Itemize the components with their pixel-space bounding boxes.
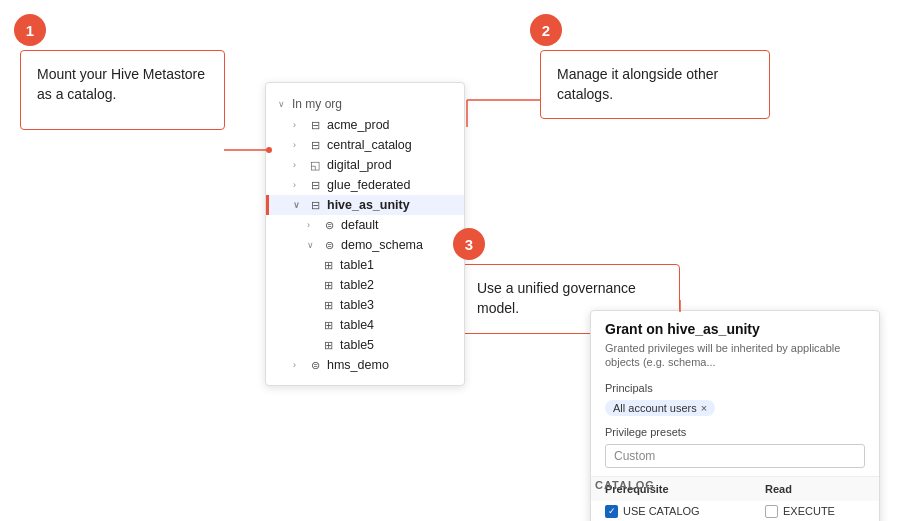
step-3-number: 3: [465, 236, 473, 253]
tree-header: ∨ In my org: [266, 93, 464, 115]
callout-2-text: Manage it alongside other catalogs.: [557, 65, 753, 104]
step-1-circle: 1: [14, 14, 46, 46]
step-2-number: 2: [542, 22, 550, 39]
callout-2: Manage it alongside other catalogs.: [540, 50, 770, 119]
callout-1-text: Mount your Hive Metastore as a catalog.: [37, 65, 208, 104]
tree-item-label: table2: [340, 278, 374, 292]
grant-principals-tag[interactable]: All account users ×: [605, 400, 715, 416]
use-catalog-label: USE CATALOG: [623, 505, 700, 517]
chevron-icon: ›: [307, 220, 317, 230]
catalog-icon: ⊟: [308, 178, 322, 192]
table-icon: ⊞: [321, 258, 335, 272]
tree-item-table5[interactable]: ⊞ table5: [266, 335, 464, 355]
table-icon: ⊞: [321, 338, 335, 352]
tree-item-label: central_catalog: [327, 138, 412, 152]
table-icon: ⊞: [321, 298, 335, 312]
schema-icon: ⊜: [322, 238, 336, 252]
tree-header-chevron: ∨: [278, 99, 288, 109]
step-2-circle: 2: [530, 14, 562, 46]
tree-item-label: demo_schema: [341, 238, 423, 252]
tree-item-label: digital_prod: [327, 158, 392, 172]
tree-item-default[interactable]: › ⊜ default: [266, 215, 464, 235]
execute-label: EXECUTE: [783, 505, 835, 517]
tree-item-digital-prod[interactable]: › ◱ digital_prod: [266, 155, 464, 175]
tree-item-central-catalog[interactable]: › ⊟ central_catalog: [266, 135, 464, 155]
chevron-icon: ›: [293, 180, 303, 190]
tree-item-label: hive_as_unity: [327, 198, 410, 212]
grant-tag-text: All account users: [613, 402, 697, 414]
tree-item-label: table3: [340, 298, 374, 312]
tree-item-label: table4: [340, 318, 374, 332]
catalog-icon: ◱: [308, 158, 322, 172]
chevron-icon: ∨: [307, 240, 317, 250]
grant-dialog-subtitle: Granted privileges will be inherited by …: [591, 341, 879, 378]
tree-item-label: table1: [340, 258, 374, 272]
tree-item-label: hms_demo: [327, 358, 389, 372]
grant-row-col1: ✓ USE CATALOG: [605, 505, 765, 518]
step-1-number: 1: [26, 22, 34, 39]
tree-item-label: acme_prod: [327, 118, 390, 132]
schema-icon: ⊜: [308, 358, 322, 372]
schema-icon: ⊜: [322, 218, 336, 232]
tree-item-glue-federated[interactable]: › ⊟ glue_federated: [266, 175, 464, 195]
grant-col-read: Read: [765, 483, 865, 495]
catalog-bottom-label: CATALOG: [595, 479, 655, 491]
tree-item-table3[interactable]: ⊞ table3: [266, 295, 464, 315]
tree-item-label: table5: [340, 338, 374, 352]
grant-row-use-catalog: ✓ USE CATALOG EXECUTE: [591, 501, 879, 521]
step-3-circle: 3: [453, 228, 485, 260]
tree-header-label: In my org: [292, 97, 342, 111]
table-icon: ⊞: [321, 318, 335, 332]
tree-item-table2[interactable]: ⊞ table2: [266, 275, 464, 295]
tree-item-label: default: [341, 218, 379, 232]
grant-principals-label: Principals: [591, 378, 879, 398]
use-catalog-checkbox[interactable]: ✓: [605, 505, 618, 518]
chevron-icon: ›: [293, 160, 303, 170]
tree-item-label: glue_federated: [327, 178, 410, 192]
grant-privilege-input[interactable]: Custom: [605, 444, 865, 468]
tree-item-table4[interactable]: ⊞ table4: [266, 315, 464, 335]
tree-item-table1[interactable]: ⊞ table1: [266, 255, 464, 275]
catalog-icon: ⊟: [308, 198, 322, 212]
catalog-icon: ⊟: [308, 138, 322, 152]
chevron-icon: ›: [293, 140, 303, 150]
execute-checkbox[interactable]: [765, 505, 778, 518]
callout-1: Mount your Hive Metastore as a catalog.: [20, 50, 225, 130]
grant-privilege-label: Privilege presets: [591, 422, 879, 442]
grant-dialog-title: Grant on hive_as_unity: [591, 311, 879, 341]
tree-item-demo-schema[interactable]: ∨ ⊜ demo_schema: [266, 235, 464, 255]
table-icon: ⊞: [321, 278, 335, 292]
tree-item-hms-demo[interactable]: › ⊜ hms_demo: [266, 355, 464, 375]
tree-item-acme-prod[interactable]: › ⊟ acme_prod: [266, 115, 464, 135]
grant-privilege-value: Custom: [614, 449, 655, 463]
catalog-tree-panel: ∨ In my org › ⊟ acme_prod › ⊟ central_ca…: [265, 82, 465, 386]
chevron-icon: ›: [293, 360, 303, 370]
grant-row-col2: EXECUTE: [765, 505, 865, 518]
grant-tag-remove-icon[interactable]: ×: [701, 402, 707, 414]
catalog-icon: ⊟: [308, 118, 322, 132]
chevron-icon: ›: [293, 120, 303, 130]
chevron-icon: ∨: [293, 200, 303, 210]
tree-item-hive-as-unity[interactable]: ∨ ⊟ hive_as_unity: [266, 195, 464, 215]
